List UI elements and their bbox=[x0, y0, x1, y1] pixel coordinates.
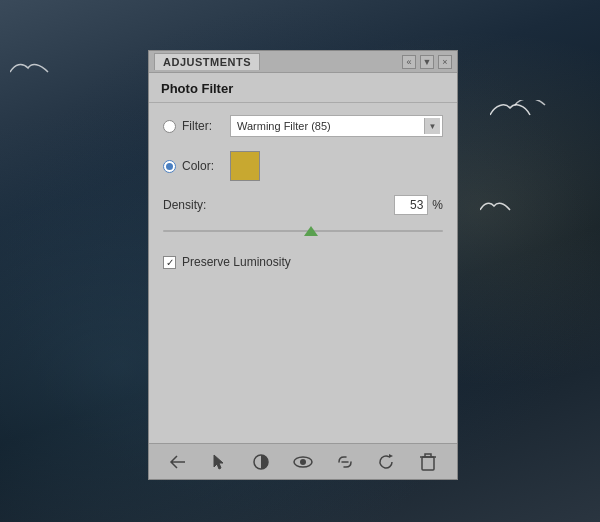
panel-header: Photo Filter bbox=[149, 73, 457, 103]
color-swatch[interactable] bbox=[230, 151, 260, 181]
reset-refresh-icon bbox=[377, 453, 395, 471]
color-option-row: Color: bbox=[163, 151, 443, 181]
bird-decoration-3 bbox=[480, 200, 520, 220]
filter-option-row: Filter: Warming Filter (85) ▼ bbox=[163, 115, 443, 137]
collapse-button[interactable]: « bbox=[402, 55, 416, 69]
link-icon[interactable] bbox=[334, 451, 356, 473]
close-button[interactable]: × bbox=[438, 55, 452, 69]
slider-thumb[interactable] bbox=[304, 226, 318, 236]
preserve-luminosity-row: ✓ Preserve Luminosity bbox=[163, 255, 443, 269]
circle-mask-icon bbox=[252, 453, 270, 471]
visibility-eye-icon bbox=[293, 455, 313, 469]
density-input[interactable] bbox=[394, 195, 428, 215]
filter-label: Filter: bbox=[182, 119, 222, 133]
back-icon[interactable] bbox=[167, 451, 189, 473]
density-percent: % bbox=[432, 198, 443, 212]
preserve-luminosity-label: Preserve Luminosity bbox=[182, 255, 291, 269]
bird-decoration bbox=[490, 100, 550, 130]
filter-radio[interactable] bbox=[163, 120, 176, 133]
preserve-luminosity-checkbox[interactable]: ✓ bbox=[163, 256, 176, 269]
chain-link-icon bbox=[335, 454, 355, 470]
panel-content: Filter: Warming Filter (85) ▼ Color: Den… bbox=[149, 103, 457, 443]
filter-select-wrapper: Warming Filter (85) ▼ bbox=[230, 115, 443, 137]
delete-icon[interactable] bbox=[417, 451, 439, 473]
menu-button[interactable]: ▼ bbox=[420, 55, 434, 69]
density-slider-container bbox=[163, 221, 443, 241]
mask-icon[interactable] bbox=[250, 451, 272, 473]
svg-point-2 bbox=[300, 459, 306, 465]
trash-delete-icon bbox=[420, 453, 436, 471]
color-radio[interactable] bbox=[163, 160, 176, 173]
panel-title: Photo Filter bbox=[161, 81, 233, 96]
svg-rect-3 bbox=[422, 457, 434, 470]
panel-footer bbox=[149, 443, 457, 479]
panel-tab[interactable]: ADJUSTMENTS bbox=[154, 53, 260, 70]
panel-titlebar: ADJUSTMENTS « ▼ × bbox=[149, 51, 457, 73]
filter-select[interactable]: Warming Filter (85) bbox=[230, 115, 443, 137]
cursor-icon[interactable] bbox=[209, 451, 231, 473]
panel-controls: « ▼ × bbox=[402, 55, 452, 69]
eye-icon[interactable] bbox=[292, 451, 314, 473]
back-arrow-icon bbox=[169, 454, 187, 470]
cursor-arrow-icon bbox=[212, 453, 228, 471]
color-label: Color: bbox=[182, 159, 222, 173]
density-row: Density: % bbox=[163, 195, 443, 215]
slider-track bbox=[163, 230, 443, 232]
adjustments-panel: ADJUSTMENTS « ▼ × Photo Filter Filter: W… bbox=[148, 50, 458, 480]
refresh-icon[interactable] bbox=[375, 451, 397, 473]
density-value-wrapper: % bbox=[394, 195, 443, 215]
density-label: Density: bbox=[163, 198, 223, 212]
bird-decoration-2 bbox=[10, 60, 60, 85]
